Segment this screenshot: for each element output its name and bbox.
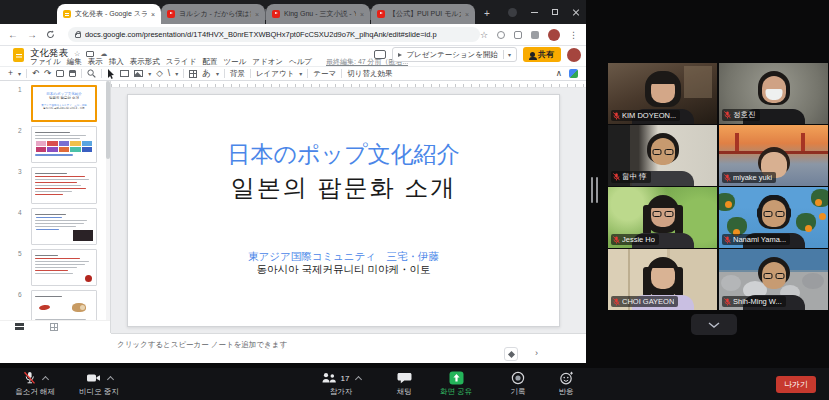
slide-title-japanese[interactable]: 日本のポップ文化紹介 xyxy=(128,139,559,170)
menu-view[interactable]: 表示 xyxy=(88,57,103,67)
menu-slide[interactable]: スライド xyxy=(166,57,197,67)
menu-format[interactable]: 表示形式 xyxy=(130,57,160,67)
insert-shape-button[interactable] xyxy=(156,69,163,78)
undo-button[interactable] xyxy=(32,69,39,78)
menu-help[interactable]: ヘルプ xyxy=(289,57,312,67)
text-style-chevron-icon[interactable] xyxy=(216,70,219,77)
tab-youtube-1[interactable]: ヨルシカ - だから僕は音楽を辞めた × xyxy=(161,4,265,24)
slide-byline-japanese[interactable]: 東アジア国際コミュニティ 三宅・伊藤 xyxy=(128,250,559,264)
browser-profile-avatar[interactable] xyxy=(548,29,560,41)
tab-youtube-2[interactable]: King Gnu - 三文小説 - YouTube × xyxy=(266,4,370,24)
unmute-button[interactable]: 음소거 해제 xyxy=(6,371,64,397)
layout-button[interactable]: レイアウト xyxy=(256,69,294,79)
forward-button[interactable] xyxy=(27,29,37,40)
extension-icon[interactable] xyxy=(531,31,539,39)
menu-insert[interactable]: 挿入 xyxy=(109,57,124,67)
reactions-button[interactable]: 반응 xyxy=(546,371,586,397)
chevron-up-icon[interactable] xyxy=(106,376,113,383)
line-chevron-icon[interactable] xyxy=(175,70,178,77)
slide-thumbnail-2[interactable] xyxy=(31,126,97,163)
tab-close-icon[interactable]: × xyxy=(255,11,259,18)
side-panel-icon[interactable] xyxy=(569,69,578,78)
browser-menu-icon[interactable] xyxy=(569,30,578,40)
extension-icon[interactable] xyxy=(497,31,505,39)
leave-meeting-button[interactable]: 나가기 xyxy=(776,376,816,393)
present-display-icon[interactable] xyxy=(374,50,386,59)
chevron-up-icon[interactable] xyxy=(41,376,48,383)
slide-thumbnail-3[interactable] xyxy=(31,167,97,204)
slide-title-korean[interactable]: 일본의 팝문화 소개 xyxy=(128,172,559,204)
speaker-notes[interactable]: クリックするとスピーカー ノートを追加できます xyxy=(111,333,586,363)
explore-button[interactable] xyxy=(504,347,518,361)
participant-tile[interactable]: 정호진 xyxy=(719,63,828,124)
menu-addons[interactable]: アドオン xyxy=(252,57,283,67)
record-button[interactable]: 기록 xyxy=(498,371,538,397)
participant-tile[interactable]: KIM DOYEON... xyxy=(608,63,717,124)
extension-icon[interactable] xyxy=(514,31,522,39)
image-chevron-icon[interactable] xyxy=(148,70,151,77)
google-slides-logo-icon[interactable] xyxy=(13,48,24,62)
redo-button[interactable] xyxy=(44,69,51,78)
slide-thumbnail-4[interactable] xyxy=(31,208,97,245)
present-button[interactable]: プレゼンテーションを開始 xyxy=(392,47,517,62)
tab-close-icon[interactable]: × xyxy=(151,11,155,18)
background-button[interactable]: 背景 xyxy=(230,69,245,79)
print-button[interactable] xyxy=(56,70,64,77)
new-slide-chevron-icon[interactable] xyxy=(18,70,21,77)
slide-thumbnail-1-selected[interactable]: 日本のポップ文化紹介 일본의 팝문화 소개 東アジア国際コミュニティ 三宅・伊藤… xyxy=(31,85,97,122)
layout-chevron-icon[interactable] xyxy=(299,70,302,77)
participants-button[interactable]: 17 참가자 xyxy=(310,371,372,397)
move-folder-icon[interactable] xyxy=(86,51,94,57)
insert-table-button[interactable] xyxy=(189,70,197,78)
current-slide[interactable]: 日本のポップ文化紹介 일본의 팝문화 소개 東アジア国際コミュニティ 三宅・伊藤… xyxy=(127,94,560,327)
maximize-button[interactable] xyxy=(552,9,558,15)
collapse-gallery-button[interactable] xyxy=(691,314,737,335)
chevron-right-icon[interactable] xyxy=(535,348,538,358)
paint-format-button[interactable] xyxy=(69,70,76,77)
back-button[interactable] xyxy=(8,29,18,40)
reload-button[interactable] xyxy=(46,30,55,39)
panel-resize-handle[interactable] xyxy=(596,177,598,203)
new-slide-button[interactable] xyxy=(8,69,13,78)
panel-resize-handle[interactable] xyxy=(591,177,593,203)
address-bar[interactable]: docs.google.com/presentation/d/1T4fHVX_B… xyxy=(68,27,480,42)
text-style-button[interactable] xyxy=(202,69,211,78)
stop-video-button[interactable]: 비디오 중지 xyxy=(70,371,128,397)
slide-byline-korean[interactable]: 동아시아 국제커뮤니티 미야케・이토 xyxy=(128,263,559,277)
new-tab-button[interactable] xyxy=(480,7,494,21)
participant-tile[interactable]: Nanami Yama... xyxy=(719,187,828,248)
participant-tile-active-speaker[interactable]: miyake yuki xyxy=(719,125,828,186)
participant-tile[interactable]: Jessie Ho xyxy=(608,187,717,248)
bookmark-star-icon[interactable] xyxy=(480,30,488,40)
insert-line-button[interactable] xyxy=(168,69,170,78)
participant-tile[interactable]: CHOI GAYEON xyxy=(608,249,717,310)
filmstrip-scrollbar[interactable] xyxy=(106,81,110,333)
tab-google-slides[interactable]: 文化発表 - Google スライド × xyxy=(57,4,161,24)
zoom-tool-icon[interactable] xyxy=(87,69,96,78)
tab-close-icon[interactable]: × xyxy=(360,11,364,18)
transition-button[interactable]: 切り替え効果 xyxy=(347,69,392,79)
share-screen-button[interactable]: 화면 공유 xyxy=(430,371,482,397)
filmstrip-view-icon[interactable] xyxy=(15,323,24,331)
menu-edit[interactable]: 編集 xyxy=(67,57,82,67)
menu-arrange[interactable]: 配置 xyxy=(202,57,217,67)
profile-dot-icon[interactable] xyxy=(508,8,517,17)
tab-close-icon[interactable]: × xyxy=(465,11,469,18)
theme-button[interactable]: テーマ xyxy=(313,69,336,79)
select-cursor-icon[interactable] xyxy=(107,69,115,79)
participant-tile[interactable]: Shih-Ming W... xyxy=(719,249,828,310)
share-button[interactable]: 共有 xyxy=(523,47,561,62)
grid-view-icon[interactable] xyxy=(50,323,58,331)
collapse-toolbar-icon[interactable] xyxy=(556,69,562,78)
insert-image-button[interactable] xyxy=(134,70,143,77)
slide-thumbnail-5[interactable] xyxy=(31,249,97,286)
chevron-down-icon[interactable] xyxy=(508,51,511,58)
tab-youtube-3[interactable]: 【公式】PUI PUI モルカー 第1話 × xyxy=(371,4,475,24)
chat-button[interactable]: 채팅 xyxy=(384,371,424,397)
participant-tile[interactable]: 畠中 惇 xyxy=(608,125,717,186)
menu-tools[interactable]: ツール xyxy=(223,57,246,67)
account-avatar[interactable] xyxy=(567,48,581,62)
menu-file[interactable]: ファイル xyxy=(30,57,61,67)
text-box-button[interactable] xyxy=(120,70,129,77)
close-window-button[interactable] xyxy=(572,8,580,16)
